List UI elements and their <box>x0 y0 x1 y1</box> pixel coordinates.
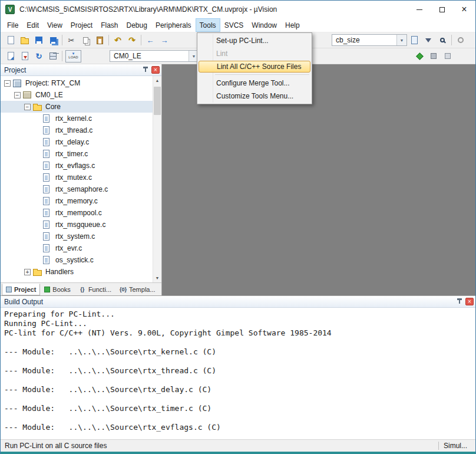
menu-edit[interactable]: Edit <box>22 18 43 32</box>
tree-item-label: rtx_mempool.c <box>55 209 105 217</box>
panel-tabs: ProjectBooks{}Functi...{0}Templa... <box>1 282 161 295</box>
new-file-button[interactable] <box>4 34 18 47</box>
find-in-files-icon <box>411 36 418 44</box>
find-in-files-button[interactable] <box>407 34 421 47</box>
tree-item-rtx-msgqueue-c[interactable]: rtx_msgqueue.c <box>1 219 153 231</box>
tree-item-rtx-evflags-c[interactable]: rtx_evflags.c <box>1 160 153 172</box>
app-icon: V <box>5 5 15 14</box>
search-button[interactable] <box>435 34 449 47</box>
packs-icon <box>445 53 451 59</box>
tab-project[interactable]: Project <box>2 284 40 295</box>
tab-books[interactable]: Books <box>40 284 75 295</box>
translate-button[interactable] <box>4 50 18 63</box>
tree-item-rtx-system-c[interactable]: rtx_system.c <box>1 231 153 242</box>
status-bar: Run PC-Lint on all C source files Simul.… <box>1 439 475 452</box>
tree-item-label: rtx_memory.c <box>55 197 101 205</box>
window-bottom-accent <box>1 452 475 454</box>
download-label: LOAD <box>68 55 78 60</box>
copy-button[interactable] <box>78 34 92 47</box>
tree-item-rtx-semaphore-c[interactable]: rtx_semaphore.c <box>1 183 153 195</box>
filter-button[interactable] <box>421 34 435 47</box>
tree-item-project-rtx-cm[interactable]: −Project: RTX_CM <box>1 77 153 89</box>
menu-item-set-up-pc-lint[interactable]: Set-up PC-Lint... <box>197 34 312 47</box>
manage-rte-icon <box>416 52 424 60</box>
tree-item-cm0-le[interactable]: −CM0_LE <box>1 89 153 101</box>
project-tree-wrap: −Project: RTX_CM−CM0_LE−Corertx_kernel.c… <box>1 76 161 282</box>
open-file-button[interactable] <box>18 34 32 47</box>
tree-item-handlers[interactable]: +Handlers <box>1 266 153 278</box>
menu-peripherals[interactable]: Peripherals <box>151 18 196 32</box>
tree-item-rtx-mutex-c[interactable]: rtx_mutex.c <box>1 172 153 183</box>
redo-button[interactable] <box>125 34 139 47</box>
tree-item-rtx-thread-c[interactable]: rtx_thread.c <box>1 124 153 136</box>
manage-rte-button[interactable] <box>412 50 427 63</box>
tree-item-core[interactable]: −Core <box>1 101 153 113</box>
toolbar2-left-icons <box>4 50 60 63</box>
batch-build-button[interactable] <box>46 50 60 63</box>
tree-item-label: CM0_LE <box>35 91 67 99</box>
components-button[interactable] <box>427 50 441 63</box>
menu-item-configure-merge-tool[interactable]: Configure Merge Tool... <box>197 77 312 90</box>
menu-svcs[interactable]: SVCS <box>220 18 248 32</box>
tree-indent <box>34 163 41 169</box>
scrollbar-thumb[interactable] <box>154 87 161 115</box>
navigate-back-button[interactable] <box>143 34 157 47</box>
record-button[interactable] <box>454 34 468 47</box>
menu-window[interactable]: Window <box>247 18 281 32</box>
collapse-icon[interactable]: − <box>24 104 31 110</box>
tree-indent <box>34 139 41 146</box>
chevron-down-icon[interactable]: ▼ <box>396 35 406 45</box>
tree-item-os-systick-c[interactable]: os_systick.c <box>1 254 153 266</box>
tree-item-rtx-mempool-c[interactable]: rtx_mempool.c <box>1 207 153 219</box>
minimize-button[interactable] <box>408 1 431 18</box>
scroll-up-icon[interactable]: ▲ <box>153 76 161 85</box>
expand-icon[interactable]: + <box>24 269 31 275</box>
build-button[interactable] <box>18 50 32 63</box>
rebuild-button[interactable] <box>32 50 46 63</box>
pin-icon[interactable] <box>142 67 149 74</box>
menu-flash[interactable]: Flash <box>97 18 122 32</box>
pin-icon[interactable] <box>456 298 463 305</box>
minimize-icon <box>416 9 422 10</box>
file-icon <box>43 197 49 205</box>
tree-item-rtx-timer-c[interactable]: rtx_timer.c <box>1 148 153 160</box>
menu-project[interactable]: Project <box>67 18 97 32</box>
build-output-close-button[interactable]: × <box>465 298 474 305</box>
tab-templa[interactable]: {0}Templa... <box>115 284 160 295</box>
build-output-title: Build Output <box>4 298 456 306</box>
menu-item-customize-tools-menu[interactable]: Customize Tools Menu... <box>197 90 312 103</box>
save-button[interactable] <box>32 34 46 47</box>
project-panel-close-button[interactable]: × <box>151 66 160 74</box>
status-message: Run PC-Lint on all C source files <box>1 442 438 450</box>
menu-debug[interactable]: Debug <box>123 18 151 32</box>
search-combo[interactable]: cb_size ▼ <box>332 34 407 46</box>
close-button[interactable]: × <box>453 1 475 18</box>
navigate-forward-button[interactable] <box>157 34 171 47</box>
tab-functi[interactable]: {}Functi... <box>75 284 115 295</box>
save-all-button[interactable] <box>46 34 60 47</box>
toolbar-separator <box>108 35 109 45</box>
templates-icon: {0} <box>120 286 127 293</box>
menu-tools[interactable]: Tools <box>196 18 220 32</box>
packs-button[interactable] <box>441 50 455 63</box>
tree-indent <box>34 257 41 264</box>
collapse-icon[interactable]: − <box>4 80 11 87</box>
tree-item-rtx-evr-c[interactable]: rtx_evr.c <box>1 242 153 254</box>
undo-button[interactable] <box>111 34 125 47</box>
cut-button[interactable] <box>64 34 78 47</box>
tree-item-rtx-kernel-c[interactable]: rtx_kernel.c <box>1 113 153 124</box>
menu-file[interactable]: File <box>3 18 22 32</box>
menu-help[interactable]: Help <box>281 18 304 32</box>
paste-button[interactable] <box>92 34 107 47</box>
tab-label: Templa... <box>129 286 156 293</box>
scroll-down-icon[interactable]: ▼ <box>153 274 161 282</box>
maximize-button[interactable] <box>431 1 453 18</box>
project-scrollbar[interactable]: ▲ ▼ <box>153 76 161 282</box>
target-combo[interactable]: CM0_LE ▼ <box>110 50 199 62</box>
collapse-icon[interactable]: − <box>14 92 21 98</box>
menu-item-lint-all-c-c-source-files[interactable]: Lint All C/C++ Source Files <box>199 61 310 73</box>
download-button[interactable]: ▼ LOAD <box>65 50 81 62</box>
menu-view[interactable]: View <box>43 18 67 32</box>
tree-item-rtx-delay-c[interactable]: rtx_delay.c <box>1 136 153 148</box>
tree-item-rtx-memory-c[interactable]: rtx_memory.c <box>1 195 153 207</box>
